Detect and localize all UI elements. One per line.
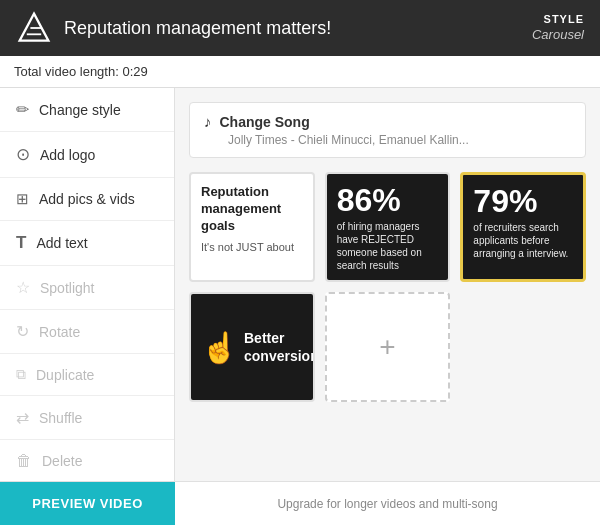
bottom-bar: PREVIEW VIDEO Upgrade for longer videos … bbox=[0, 481, 600, 525]
card-2[interactable]: 86% of hiring managers have REJECTED som… bbox=[325, 172, 451, 282]
card-1-title: Reputation management goals bbox=[201, 184, 303, 235]
card-2-number: 86% bbox=[337, 184, 439, 216]
sidebar-item-delete: 🗑 Delete bbox=[0, 440, 174, 483]
touch-icon: ☝ bbox=[201, 330, 238, 365]
spotlight-icon: ☆ bbox=[16, 278, 30, 297]
song-name: Jolly Times - Chieli Minucci, Emanuel Ka… bbox=[204, 133, 571, 147]
logo-icon bbox=[16, 10, 52, 46]
upgrade-text: Upgrade for longer videos and multi-song bbox=[175, 497, 600, 511]
duplicate-icon: ⧉ bbox=[16, 366, 26, 383]
video-length-text: Total video length: 0:29 bbox=[14, 64, 148, 79]
change-song-section[interactable]: ♪ Change Song Jolly Times - Chieli Minuc… bbox=[189, 102, 586, 158]
edit-icon: ✏ bbox=[16, 100, 29, 119]
card-3-text: of recruiters search applicants before a… bbox=[473, 221, 573, 260]
sidebar-item-change-style[interactable]: ✏ Change style bbox=[0, 88, 174, 132]
add-card-button[interactable]: + bbox=[325, 292, 451, 402]
sidebar-item-add-pics-vids[interactable]: ⊞ Add pics & vids bbox=[0, 178, 174, 221]
change-song-header: ♪ Change Song bbox=[204, 113, 571, 130]
header: Reputation management matters! STYLE Car… bbox=[0, 0, 600, 56]
svg-marker-0 bbox=[20, 14, 49, 41]
delete-icon: 🗑 bbox=[16, 452, 32, 470]
card-4-text: Better conversion bbox=[244, 329, 315, 365]
sidebar-label-add-pics-vids: Add pics & vids bbox=[39, 191, 135, 207]
sidebar-item-spotlight: ☆ Spotlight bbox=[0, 266, 174, 310]
music-icon: ♪ bbox=[204, 113, 212, 130]
text-icon: T bbox=[16, 233, 26, 253]
card-3[interactable]: 79% of recruiters search applicants befo… bbox=[460, 172, 586, 282]
header-left: Reputation management matters! bbox=[16, 10, 331, 46]
card-4[interactable]: ☝ Better conversion bbox=[189, 292, 315, 402]
rotate-icon: ↻ bbox=[16, 322, 29, 341]
pics-vids-icon: ⊞ bbox=[16, 190, 29, 208]
header-title: Reputation management matters! bbox=[64, 18, 331, 39]
main-layout: ✏ Change style ⊙ Add logo ⊞ Add pics & v… bbox=[0, 88, 600, 481]
sidebar-label-shuffle: Shuffle bbox=[39, 410, 82, 426]
sidebar-label-add-text: Add text bbox=[36, 235, 87, 251]
add-icon: + bbox=[379, 331, 395, 363]
sidebar-item-rotate: ↻ Rotate bbox=[0, 310, 174, 354]
sidebar: ✏ Change style ⊙ Add logo ⊞ Add pics & v… bbox=[0, 88, 175, 481]
card-3-number: 79% bbox=[473, 185, 573, 217]
video-length-bar: Total video length: 0:29 bbox=[0, 56, 600, 88]
style-label: STYLE bbox=[532, 13, 584, 25]
style-value: Carousel bbox=[532, 27, 584, 42]
sidebar-label-change-style: Change style bbox=[39, 102, 121, 118]
cards-grid: Reputation management goals It's not JUS… bbox=[189, 172, 586, 402]
header-style: STYLE Carousel bbox=[532, 13, 584, 43]
sidebar-item-shuffle: ⇄ Shuffle bbox=[0, 396, 174, 440]
shuffle-icon: ⇄ bbox=[16, 408, 29, 427]
sidebar-label-duplicate: Duplicate bbox=[36, 367, 94, 383]
sidebar-item-add-text[interactable]: T Add text bbox=[0, 221, 174, 266]
card-1[interactable]: Reputation management goals It's not JUS… bbox=[189, 172, 315, 282]
preview-video-button[interactable]: PREVIEW VIDEO bbox=[0, 482, 175, 526]
sidebar-label-rotate: Rotate bbox=[39, 324, 80, 340]
change-song-label: Change Song bbox=[220, 114, 310, 130]
logo-add-icon: ⊙ bbox=[16, 144, 30, 165]
sidebar-label-delete: Delete bbox=[42, 453, 82, 469]
card-1-subtitle: It's not JUST about bbox=[201, 241, 303, 253]
sidebar-item-duplicate: ⧉ Duplicate bbox=[0, 354, 174, 396]
sidebar-label-add-logo: Add logo bbox=[40, 147, 95, 163]
card-2-text: of hiring managers have REJECTED someone… bbox=[337, 220, 439, 272]
sidebar-item-add-logo[interactable]: ⊙ Add logo bbox=[0, 132, 174, 178]
content-area: ♪ Change Song Jolly Times - Chieli Minuc… bbox=[175, 88, 600, 481]
sidebar-label-spotlight: Spotlight bbox=[40, 280, 94, 296]
